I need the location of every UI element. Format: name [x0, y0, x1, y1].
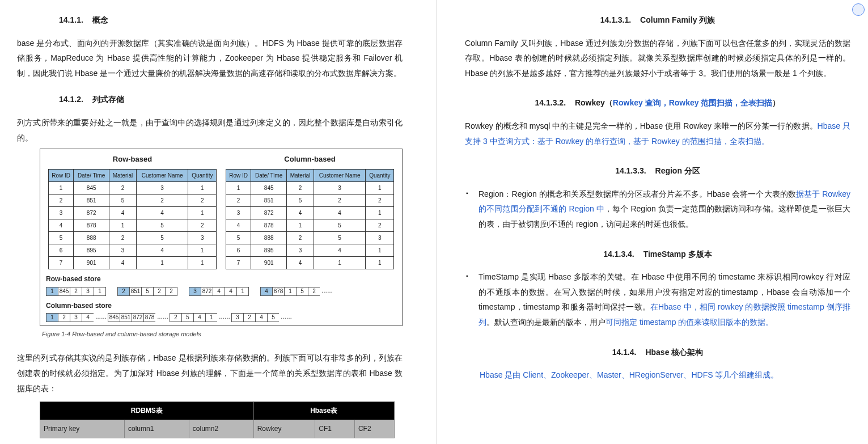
col-store-title: Column-based store — [46, 299, 399, 312]
heading-number: 14.1.2. — [59, 95, 83, 104]
heading-text: TimeStamp 多版本 — [643, 250, 712, 259]
heading-number: 14.1.1. — [59, 15, 83, 24]
heading-number: 14.1.4. — [612, 348, 637, 357]
heading-text-b: Rowkey 查询，Rowkey 范围扫描，全表扫描 — [613, 98, 773, 107]
right-page: 14.1.3.1. Column Family 列族 Column Family… — [448, 0, 867, 386]
heading-text: 列式存储 — [92, 95, 124, 104]
heading-14-1-1: 14.1.1. 概念 — [17, 12, 403, 28]
heading-number: 14.1.3.2. — [535, 98, 566, 107]
heading-text-c: ） — [772, 98, 780, 107]
row-based-table: Row IDDate/ TimeMaterialCustomer NameQua… — [48, 169, 217, 269]
paragraph: base 是分布式、面向列的开源数据库（其实准确的说是面向列族）。HDFS 为 … — [17, 36, 403, 81]
heading-14-1-3-4: 14.1.3.4. TimeStamp 多版本 — [465, 247, 850, 262]
heading-14-1-3-3: 14.1.3.3. Region 分区 — [465, 163, 850, 179]
paragraph: 列方式所带来的重要好处之一就是，由于查询中的选择规则是通过列来定义的，因此整个数… — [17, 115, 403, 145]
heading-number: 14.1.3.1. — [600, 15, 632, 24]
heading-14-1-3-1: 14.1.3.1. Column Family 列族 — [465, 12, 850, 28]
storage-figure: Row-based Row IDDate/ TimeMaterialCustom… — [40, 149, 403, 326]
row-store-cells: 1845231285152238724414878152…… — [46, 287, 399, 296]
left-page: 14.1.1. 概念 base 是分布式、面向列的开源数据库（其实准确的说是面向… — [0, 0, 420, 438]
figure-caption: Figure 1-4 Row-based and column-based st… — [42, 328, 403, 340]
heading-14-1-3-2: 14.1.3.2. Rowkey（Rowkey 查询，Rowkey 范围扫描，全… — [465, 95, 850, 111]
bullet-region: Region：Region 的概念和关系型数据库的分区或者分片差不多。Hbase… — [479, 187, 850, 232]
paragraph: 这里的列式存储其实说的是列族存储，Hbase 是根据列族来存储数据的。列族下面可… — [17, 350, 403, 396]
paragraph: Column Family 又叫列族，Hbase 通过列族划分数据的存储，列族下… — [465, 36, 850, 81]
row-store-title: Row-based store — [46, 273, 399, 286]
heading-number: 14.1.3.3. — [615, 166, 646, 175]
column-based-table: Row IDDate/ TimeMaterialCustomer NameQua… — [226, 169, 394, 269]
col-store-cells: 1234……845851872878……2541……3245…… — [46, 313, 399, 322]
heading-14-1-4: 14.1.4. Hbase 核心架构 — [465, 345, 850, 360]
heading-text: 概念 — [92, 15, 108, 24]
paragraph: Hbase 是由 Client、Zookeeper、Master、HRegion… — [465, 367, 850, 383]
bullet-timestamp: TimeStamp 是实现 Hbase 多版本的关键。在 Hbase 中使用不同… — [479, 269, 850, 329]
heading-text: Column Family 列族 — [640, 15, 715, 24]
compare-table: RDBMS表 Hbase表 Primary keycolumn1column2R… — [40, 401, 395, 438]
compare-header-rdbms: RDBMS表 — [40, 402, 254, 420]
heading-text: Region 分区 — [655, 166, 700, 175]
paragraph: Rowkey 的概念和 mysql 中的主键是完全一样的，Hbase 使用 Ro… — [465, 119, 850, 149]
compare-header-hbase: Hbase表 — [253, 402, 394, 420]
heading-text: Hbase 核心架构 — [645, 348, 703, 357]
heading-14-1-2: 14.1.2. 列式存储 — [17, 92, 403, 107]
heading-number: 14.1.3.4. — [603, 250, 634, 259]
figure-title-col: Column-based — [221, 153, 399, 167]
heading-text-a: Rowkey（ — [575, 98, 613, 107]
figure-title-row: Row-based — [44, 153, 221, 167]
